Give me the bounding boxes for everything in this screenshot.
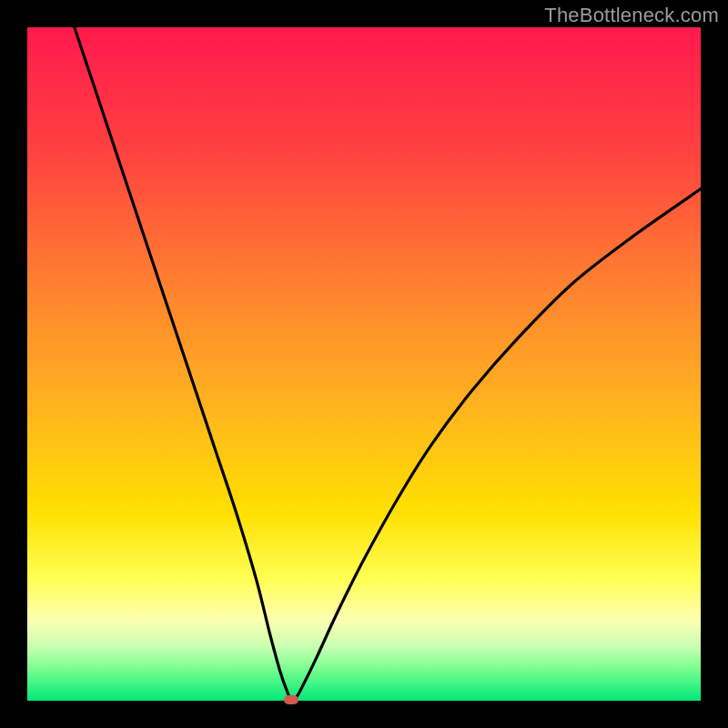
watermark-text: TheBottleneck.com xyxy=(544,4,719,27)
minimum-marker xyxy=(284,695,298,704)
bottleneck-curve xyxy=(27,27,701,701)
chart-frame: TheBottleneck.com xyxy=(0,0,728,728)
plot-area xyxy=(27,27,701,701)
